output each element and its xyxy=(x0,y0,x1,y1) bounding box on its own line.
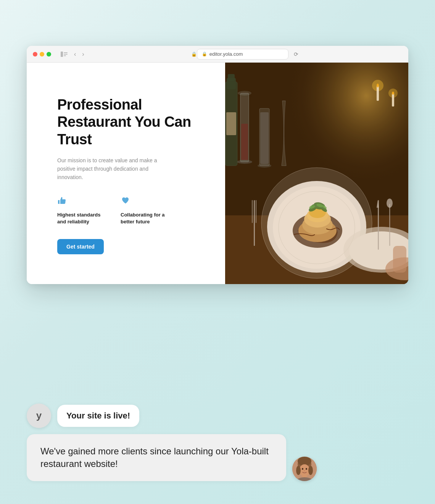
browser-content: Professional Restaurant You Can Trust Ou… xyxy=(27,63,408,284)
svg-rect-3 xyxy=(64,55,66,56)
heart-icon xyxy=(121,195,170,208)
features-row: Highest standards and reliability Collab… xyxy=(57,195,206,225)
browser-controls: ‹ › xyxy=(59,49,86,60)
browser-window: ‹ › 🔒 🔒 editor.yola.com ⟳ Professional R… xyxy=(27,46,408,284)
get-started-button[interactable]: Get started xyxy=(57,239,104,254)
svg-point-64 xyxy=(296,466,301,475)
yola-avatar: y xyxy=(27,404,51,428)
svg-rect-2 xyxy=(64,54,68,55)
refresh-button[interactable]: ⟳ xyxy=(292,50,301,59)
chat-row-1: y Your site is live! xyxy=(27,404,408,428)
address-bar-wrap: 🔒 🔒 editor.yola.com ⟳ xyxy=(90,49,402,60)
traffic-lights xyxy=(33,52,51,57)
feature-1: Highest standards and reliability xyxy=(57,195,107,225)
food-image xyxy=(225,63,408,284)
svg-point-65 xyxy=(308,466,313,475)
close-button[interactable] xyxy=(33,52,37,57)
svg-rect-54 xyxy=(225,63,408,284)
svg-rect-1 xyxy=(64,52,68,53)
right-panel xyxy=(225,63,408,284)
left-panel: Professional Restaurant You Can Trust Ou… xyxy=(27,63,225,284)
svg-rect-0 xyxy=(61,52,63,57)
feature-2-text: Collaborating for a better future xyxy=(121,212,170,225)
url-text: editor.yola.com xyxy=(209,51,243,57)
svg-point-60 xyxy=(306,468,307,470)
hero-title: Professional Restaurant You Can Trust xyxy=(57,96,206,149)
forward-button[interactable]: › xyxy=(81,50,85,58)
svg-point-59 xyxy=(302,468,303,470)
back-button[interactable]: ‹ xyxy=(72,50,77,58)
address-bar[interactable]: 🔒 editor.yola.com xyxy=(197,49,288,60)
svg-point-61 xyxy=(304,470,305,471)
browser-titlebar: ‹ › 🔒 🔒 editor.yola.com ⟳ xyxy=(27,46,408,63)
testimonial-bubble: We've gained more clients since launchin… xyxy=(27,434,286,481)
feature-1-text: Highest standards and reliability xyxy=(57,212,107,225)
thumbsup-icon xyxy=(57,195,107,208)
sidebar-toggle-icon[interactable] xyxy=(59,49,69,60)
feature-2: Collaborating for a better future xyxy=(121,195,170,225)
live-bubble: Your site is live! xyxy=(57,405,139,427)
user-avatar xyxy=(292,457,317,481)
lock-icon: 🔒 xyxy=(202,52,207,57)
security-icon: 🔒 xyxy=(191,52,197,57)
chat-row-2: We've gained more clients since launchin… xyxy=(27,434,408,481)
maximize-button[interactable] xyxy=(47,52,51,57)
chat-section: y Your site is live! We've gained more c… xyxy=(27,404,408,481)
hero-subtitle: Our mission is to create value and make … xyxy=(57,156,172,182)
minimize-button[interactable] xyxy=(40,52,44,57)
